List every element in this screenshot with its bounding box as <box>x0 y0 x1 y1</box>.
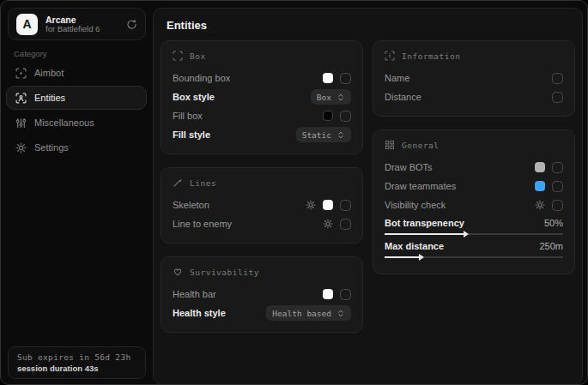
lines-section: Lines Skeleton Line to enemy <box>161 167 363 244</box>
setting-label: Health style <box>173 308 226 318</box>
setting-label: Draw BOTs <box>385 162 433 172</box>
row-fill-box: Fill box <box>173 106 351 125</box>
setting-label: Visibility check <box>385 200 446 210</box>
chevron-updown-icon <box>336 93 345 102</box>
line-to-enemy-checkbox[interactable] <box>340 219 351 230</box>
section-title: Lines <box>190 178 216 188</box>
sidebar-item-miscellaneous[interactable]: Miscellaneous <box>6 111 147 135</box>
row-distance: Distance <box>385 87 563 106</box>
bot-transparency-slider[interactable] <box>385 233 563 235</box>
app-logo: A <box>16 14 38 35</box>
row-bounding-box: Bounding box <box>173 69 351 87</box>
color-swatch[interactable] <box>535 181 545 191</box>
sidebar: A Arcane for Battlefield 6 Category <box>1 1 152 384</box>
health-style-dropdown[interactable]: Health based <box>266 305 351 321</box>
distance-checkbox[interactable] <box>552 92 563 103</box>
row-visibility-check: Visibility check <box>385 196 563 214</box>
row-draw-bots: Draw BOTs <box>385 158 563 177</box>
color-swatch[interactable] <box>323 73 333 83</box>
chevron-updown-icon <box>336 309 345 318</box>
color-swatch[interactable] <box>535 162 545 172</box>
color-swatch[interactable] <box>323 289 333 299</box>
setting-label: Fill box <box>173 111 203 121</box>
slider-value: 50% <box>544 218 563 228</box>
general-section: General Draw BOTs Draw teammates <box>373 129 575 274</box>
visibility-check-checkbox[interactable] <box>552 200 563 211</box>
pencil-line-icon <box>173 177 183 188</box>
setting-label: Distance <box>385 92 421 102</box>
setting-label: Health bar <box>173 289 216 299</box>
setting-label: Skeleton <box>173 200 209 210</box>
color-swatch[interactable] <box>323 200 333 210</box>
sync-icon[interactable] <box>126 19 137 30</box>
draw-teammates-checkbox[interactable] <box>552 181 563 192</box>
sidebar-item-label: Aimbot <box>34 68 64 78</box>
gear-icon <box>15 142 27 153</box>
sidebar-item-entities[interactable]: Entities <box>6 86 147 110</box>
bot-transparency-control: Bot transpenency 50% <box>385 218 563 235</box>
section-title: Information <box>402 51 460 61</box>
fill-box-checkbox[interactable] <box>340 111 351 122</box>
max-distance-control: Max distance 250m <box>385 241 563 258</box>
row-draw-teammates: Draw teammates <box>385 177 563 196</box>
session-duration-text: session duration 43s <box>17 364 136 373</box>
main-panel: Entities Box Bounding box <box>153 8 583 385</box>
sidebar-nav: Aimbot Entities Miscella <box>6 61 147 159</box>
app-name: Arcane <box>45 15 118 25</box>
setting-label: Line to enemy <box>173 219 232 229</box>
app-window: A Arcane for Battlefield 6 Category <box>0 0 588 385</box>
sidebar-item-aimbot[interactable]: Aimbot <box>6 61 147 85</box>
slider-fill <box>385 233 467 235</box>
sliders-icon <box>15 117 27 129</box>
app-logo-card: A Arcane for Battlefield 6 <box>8 8 146 40</box>
slider-fill <box>385 256 422 258</box>
slider-value: 250m <box>539 241 563 251</box>
section-title: Box <box>190 51 206 61</box>
box-scan-icon <box>173 51 183 61</box>
section-title: General <box>402 141 439 150</box>
crosshair-icon <box>15 68 27 79</box>
sub-expiry-text: Sub expires in 56d 23h <box>17 352 136 362</box>
line-settings-gear-icon[interactable] <box>323 219 333 229</box>
info-scan-icon <box>385 51 395 61</box>
box-style-dropdown[interactable]: Box <box>311 89 351 105</box>
page-title: Entities <box>167 19 582 32</box>
survivability-section: Survivability Health bar Health style He… <box>161 256 363 333</box>
skeleton-checkbox[interactable] <box>340 200 351 211</box>
color-swatch[interactable] <box>323 111 333 121</box>
grid-icon <box>385 140 395 150</box>
information-section: Information Name Distance <box>373 40 575 117</box>
section-title: Survivability <box>190 268 259 277</box>
row-line-to-enemy: Line to enemy <box>173 214 351 233</box>
sidebar-item-settings[interactable]: Settings <box>6 135 147 159</box>
row-name: Name <box>385 69 563 87</box>
app-subtitle: for Battlefield 6 <box>45 25 118 34</box>
setting-label: Draw teammates <box>385 181 456 191</box>
health-bar-checkbox[interactable] <box>340 289 351 300</box>
visibility-settings-gear-icon[interactable] <box>535 200 545 210</box>
setting-label: Name <box>385 73 409 83</box>
draw-bots-checkbox[interactable] <box>552 162 563 173</box>
sidebar-item-label: Miscellaneous <box>34 117 94 128</box>
heart-icon <box>173 267 183 277</box>
subscription-info: Sub expires in 56d 23h session duration … <box>8 346 146 379</box>
slider-label: Bot transpenency <box>385 218 464 228</box>
category-label: Category <box>14 49 47 58</box>
setting-label: Bounding box <box>173 73 230 83</box>
chevron-updown-icon <box>336 130 345 140</box>
row-skeleton: Skeleton <box>173 196 351 214</box>
max-distance-slider[interactable] <box>385 256 563 258</box>
box-section: Box Bounding box Box style Box <box>161 40 363 154</box>
sidebar-item-label: Settings <box>34 142 69 153</box>
bounding-box-checkbox[interactable] <box>340 73 351 84</box>
skeleton-settings-gear-icon[interactable] <box>306 200 316 210</box>
row-health-bar: Health bar <box>173 285 351 304</box>
slider-label: Max distance <box>385 241 444 251</box>
fill-style-dropdown[interactable]: Static <box>296 127 351 142</box>
scan-person-icon <box>15 93 27 104</box>
row-box-style: Box style Box <box>173 87 351 106</box>
row-health-style: Health style Health based <box>173 304 351 322</box>
setting-label: Fill style <box>173 129 210 140</box>
name-checkbox[interactable] <box>552 73 563 84</box>
sidebar-item-label: Entities <box>34 93 65 103</box>
